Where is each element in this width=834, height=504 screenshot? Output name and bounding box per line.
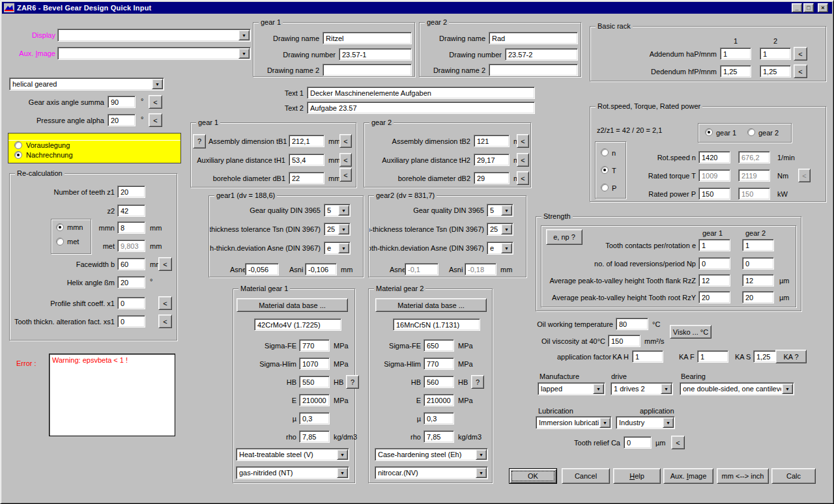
rzz2-input[interactable] xyxy=(742,274,774,287)
xs1-input[interactable] xyxy=(117,315,145,328)
gear2-drawing-name-input[interactable] xyxy=(489,32,578,44)
material1-sigmafe-input[interactable] xyxy=(299,339,330,352)
rotspeed1-input[interactable] xyxy=(698,151,730,163)
material2-name-input[interactable] xyxy=(393,318,480,331)
dropdown-arrow-icon[interactable]: ▼ xyxy=(661,384,672,394)
text1-input[interactable] xyxy=(307,87,535,99)
gear1-drawing-number-input[interactable] xyxy=(339,48,412,61)
visko-button[interactable]: Visko ... °C xyxy=(670,325,712,339)
aux-image-dropdown[interactable]: ▼ xyxy=(57,47,251,60)
facewidth-input[interactable] xyxy=(117,258,145,270)
maximize-button[interactable]: □ xyxy=(803,3,814,12)
th1-input[interactable] xyxy=(289,154,324,166)
gear1-quality-dropdown[interactable]: 5 ▼ xyxy=(324,204,351,217)
pressure-angle-input[interactable] xyxy=(108,114,136,126)
ok-button[interactable]: OK xyxy=(509,468,557,484)
dropdown-arrow-icon[interactable]: ▼ xyxy=(338,205,349,216)
aux-image-button[interactable]: Aux. Image xyxy=(663,468,713,484)
addendum-spin-button[interactable]: < xyxy=(794,47,807,61)
rzy1-input[interactable] xyxy=(698,291,730,303)
db2-spin-button[interactable]: < xyxy=(517,171,529,185)
help-button[interactable]: Help xyxy=(613,468,661,484)
tooth-relief-input[interactable] xyxy=(624,436,652,449)
kah-input[interactable] xyxy=(632,350,663,363)
dropdown-arrow-icon[interactable]: ▼ xyxy=(238,30,250,40)
gear1-tsn-dropdown[interactable]: 25 ▼ xyxy=(324,223,351,236)
dropdown-arrow-icon[interactable]: ▼ xyxy=(593,384,604,394)
tb2-input[interactable] xyxy=(474,135,510,147)
gear1-assembly-help-button[interactable]: ? xyxy=(193,134,206,148)
nachrechnung-radio[interactable] xyxy=(14,151,22,159)
helix-input[interactable] xyxy=(117,276,145,288)
material2-steel-dropdown[interactable]: Case-hardening steel (Eh) ▼ xyxy=(375,448,488,461)
material2-treatment-dropdown[interactable]: nitrocar.(NV) ▼ xyxy=(375,466,488,479)
material1-rho-input[interactable] xyxy=(299,430,330,443)
tb1-spin-button[interactable]: < xyxy=(339,134,352,148)
material1-name-input[interactable] xyxy=(254,318,341,331)
z1-input[interactable] xyxy=(117,186,145,198)
gear-type-dropdown[interactable]: helical geared ▼ xyxy=(9,77,164,91)
gear2-deviation-dropdown[interactable]: e ▼ xyxy=(487,242,513,255)
dropdown-arrow-icon[interactable]: ▼ xyxy=(501,205,512,216)
oil-temp-input[interactable] xyxy=(616,318,648,330)
power-gear2-radio[interactable] xyxy=(747,128,755,136)
material1-hb-help-button[interactable]: ? xyxy=(346,375,359,389)
facewidth-spin-button[interactable]: < xyxy=(158,257,172,271)
material1-hb-input[interactable] xyxy=(299,376,330,388)
mmn-radio[interactable] xyxy=(56,223,64,231)
axis-angle-input[interactable] xyxy=(108,96,136,108)
ratedpower1-input[interactable] xyxy=(698,188,730,200)
calc-button[interactable]: Calc xyxy=(771,468,816,484)
th1-spin-button[interactable]: < xyxy=(339,153,352,167)
dropdown-arrow-icon[interactable]: ▼ xyxy=(663,417,674,428)
material1-treatment-dropdown[interactable]: gas-nitrided (NT) ▼ xyxy=(236,466,349,479)
dropdown-arrow-icon[interactable]: ▼ xyxy=(476,449,487,460)
reversions1-input[interactable] xyxy=(698,257,730,270)
tb1-input[interactable] xyxy=(289,135,324,147)
gear2-quality-dropdown[interactable]: 5 ▼ xyxy=(487,204,513,217)
rzz1-input[interactable] xyxy=(698,274,730,287)
dropdown-arrow-icon[interactable]: ▼ xyxy=(501,224,512,234)
dropdown-arrow-icon[interactable]: ▼ xyxy=(599,417,611,428)
profile-shift-input[interactable] xyxy=(117,297,145,309)
dropdown-arrow-icon[interactable]: ▼ xyxy=(238,48,250,59)
mm-inch-button[interactable]: mm <--> inch xyxy=(717,468,769,484)
gear2-drawing-name2-input[interactable] xyxy=(489,64,578,76)
dropdown-arrow-icon[interactable]: ▼ xyxy=(338,224,349,234)
ka-help-button[interactable]: KA ? xyxy=(775,350,807,363)
p-radio[interactable] xyxy=(601,184,609,191)
gear1-asni-input[interactable] xyxy=(305,263,337,275)
close-button[interactable]: × xyxy=(818,3,828,12)
manufacture-dropdown[interactable]: lapped ▼ xyxy=(538,382,605,395)
torque-spin-button[interactable]: < xyxy=(798,169,811,182)
tooth-relief-spin-button[interactable]: < xyxy=(671,436,685,449)
oil-visc-input[interactable] xyxy=(608,335,640,347)
dropdown-arrow-icon[interactable]: ▼ xyxy=(338,243,349,253)
material1-sigmahlim-input[interactable] xyxy=(299,357,330,370)
dropdown-arrow-icon[interactable]: ▼ xyxy=(337,449,348,460)
t-radio[interactable] xyxy=(601,166,609,174)
dedendum1-input[interactable] xyxy=(720,65,751,77)
db1-input[interactable] xyxy=(289,172,324,184)
gear2-drawing-number-input[interactable] xyxy=(505,48,578,61)
bearing-dropdown[interactable]: one double-sided, one cantilevered ▼ xyxy=(680,382,794,395)
material2-hb-help-button[interactable]: ? xyxy=(471,375,484,389)
dropdown-arrow-icon[interactable]: ▼ xyxy=(476,468,487,478)
material2-e-input[interactable] xyxy=(424,394,454,406)
material2-sigmafe-input[interactable] xyxy=(424,339,454,352)
n-radio[interactable] xyxy=(601,148,609,156)
material2-database-button[interactable]: Material data base ... xyxy=(375,298,487,312)
pressure-angle-spin-button[interactable]: < xyxy=(149,113,162,127)
rzy2-input[interactable] xyxy=(742,291,774,303)
lubrication-dropdown[interactable]: Immersion lubrication ▼ xyxy=(536,416,612,429)
vorauslegung-radio[interactable] xyxy=(14,141,22,149)
cancel-button[interactable]: Cancel xyxy=(562,468,610,484)
contacts2-input[interactable] xyxy=(742,239,774,251)
text2-input[interactable] xyxy=(307,102,535,114)
axis-angle-spin-button[interactable]: < xyxy=(149,95,162,109)
z2-input[interactable] xyxy=(117,204,145,217)
minimize-button[interactable]: _ xyxy=(792,3,802,12)
power-gear1-radio[interactable] xyxy=(705,128,713,136)
gear2-tsn-dropdown[interactable]: 25 ▼ xyxy=(487,223,513,236)
material1-mu-input[interactable] xyxy=(299,412,330,425)
